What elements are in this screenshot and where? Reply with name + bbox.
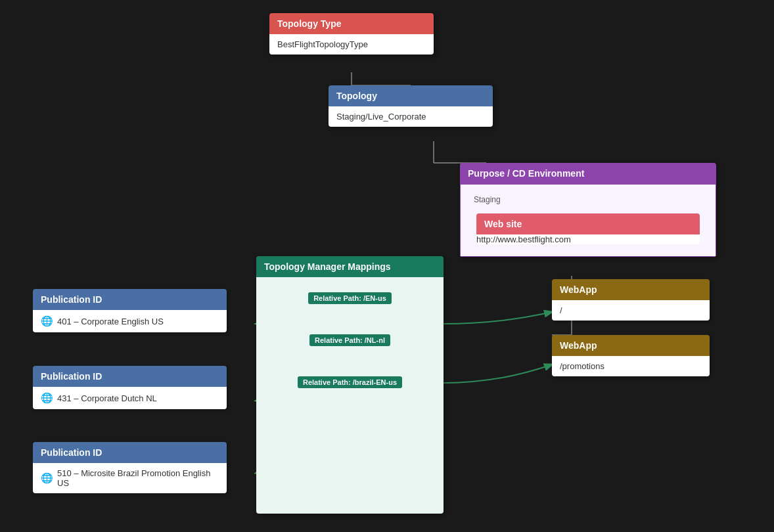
pub1-card: Publication ID 🌐 401 – Corporate English…	[33, 289, 227, 332]
mappings-body: Relative Path: /EN-us Relative Path: /NL…	[256, 277, 444, 514]
webapp2-header: WebApp	[552, 335, 710, 356]
purpose-body: Staging Web site http://www.bestflight.c…	[460, 184, 716, 257]
website-header: Web site	[476, 213, 700, 234]
website-card: Web site http://www.bestflight.com	[476, 213, 700, 244]
rel-path-1: Relative Path: /EN-us	[308, 292, 392, 304]
pub3-header: Publication ID	[33, 442, 227, 463]
webapp1-card: WebApp /	[552, 279, 710, 321]
purpose-card: Purpose / CD Environment Staging Web sit…	[460, 163, 716, 257]
purpose-inner: Staging Web site http://www.bestflight.c…	[460, 184, 716, 257]
pub1-header: Publication ID	[33, 289, 227, 310]
pub3-globe-icon: 🌐	[41, 472, 53, 484]
diagram-container: Topology Type BestFlightTopologyType Top…	[0, 0, 774, 532]
pub3-text: 510 – Microsite Brazil Promotion English…	[57, 468, 219, 488]
webapp2-card: WebApp /promotions	[552, 335, 710, 376]
topology-type-body: BestFlightTopologyType	[269, 34, 434, 55]
pub3-body: 🌐 510 – Microsite Brazil Promotion Engli…	[33, 463, 227, 493]
webapp2-body: /promotions	[552, 356, 710, 376]
rel-path-2: Relative Path: /NL-nl	[309, 334, 390, 346]
topology-body: Staging/Live_Corporate	[329, 106, 493, 127]
purpose-header: Purpose / CD Environment	[460, 163, 716, 184]
website-body: http://www.bestflight.com	[476, 234, 700, 244]
pub2-globe-icon: 🌐	[41, 392, 53, 404]
purpose-label: Staging	[468, 191, 708, 208]
rel-path-3: Relative Path: /brazil-EN-us	[298, 376, 402, 388]
mappings-header: Topology Manager Mappings	[256, 256, 444, 277]
topology-header: Topology	[329, 85, 493, 106]
webapp1-body: /	[552, 300, 710, 321]
webapp1-header: WebApp	[552, 279, 710, 300]
topology-type-card: Topology Type BestFlightTopologyType	[269, 13, 434, 55]
mappings-card: Topology Manager Mappings Relative Path:…	[256, 256, 444, 514]
topology-type-header: Topology Type	[269, 13, 434, 34]
pub2-text: 431 – Corporate Dutch NL	[57, 393, 157, 403]
pub1-globe-icon: 🌐	[41, 315, 53, 327]
pub2-header: Publication ID	[33, 366, 227, 387]
pub2-card: Publication ID 🌐 431 – Corporate Dutch N…	[33, 366, 227, 409]
pub2-body: 🌐 431 – Corporate Dutch NL	[33, 387, 227, 409]
topology-card: Topology Staging/Live_Corporate	[329, 85, 493, 127]
pub1-body: 🌐 401 – Corporate English US	[33, 310, 227, 332]
pub1-text: 401 – Corporate English US	[57, 317, 164, 326]
pub3-card: Publication ID 🌐 510 – Microsite Brazil …	[33, 442, 227, 493]
